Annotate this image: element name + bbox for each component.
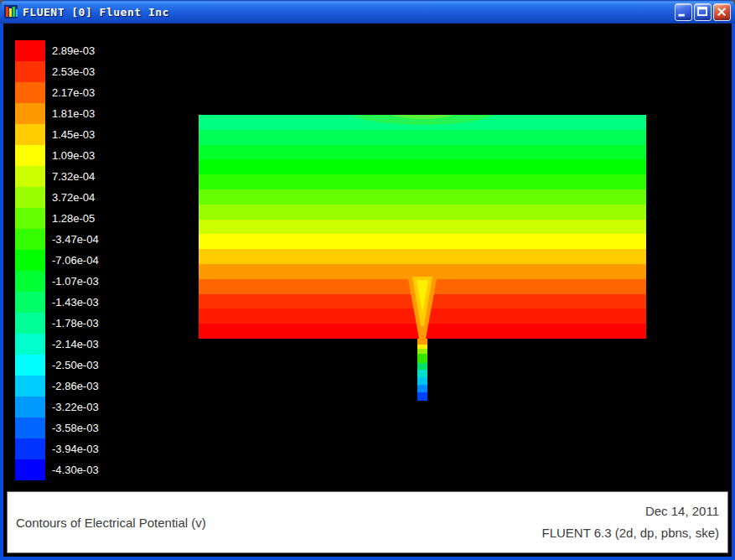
colormap-swatch [15, 40, 45, 61]
close-icon [714, 3, 730, 21]
colormap-value-label: 2.89e-03 [52, 40, 99, 61]
annotation-block: Dec 14, 2011 FLUENT 6.3 (2d, dp, pbns, s… [542, 500, 720, 545]
colormap-swatch [15, 124, 45, 145]
fluent-window: FLUENT [0] Fluent Inc 2.89e-032.53e-032.… [0, 0, 735, 560]
colormap-swatch [15, 313, 45, 334]
colormap-value-label: 1.09e-03 [52, 145, 99, 166]
window-title: FLUENT [0] Fluent Inc [23, 6, 169, 18]
colormap-swatch [15, 334, 45, 355]
graphics-viewport[interactable]: 2.89e-032.53e-032.17e-031.81e-031.45e-03… [3, 23, 732, 557]
colormap-swatch [15, 250, 45, 271]
contour-plot-main-domain [199, 115, 646, 339]
colormap-value-label: -1.07e-03 [52, 271, 99, 292]
colormap-value-label: -2.86e-03 [52, 376, 99, 397]
window-controls [675, 3, 731, 21]
colormap-swatch [15, 417, 45, 438]
colormap-value-label: 2.53e-03 [52, 61, 99, 82]
colormap-swatch [15, 376, 45, 397]
contour-plot-channel [417, 339, 427, 401]
solver-info-text: FLUENT 6.3 (2d, dp, pbns, ske) [542, 522, 720, 544]
colormap-swatch [15, 397, 45, 417]
channel-contour-band [417, 363, 427, 370]
colormap-swatch [15, 82, 45, 103]
colormap-value-label: -3.94e-03 [52, 438, 99, 459]
colormap-value-label: -4.30e-03 [52, 459, 99, 480]
colormap-swatch [15, 438, 45, 459]
colormap-swatch [15, 459, 45, 480]
colormap-value-label: 3.72e-04 [52, 187, 99, 208]
colormap-value-label: 1.81e-03 [52, 103, 99, 124]
maximize-icon [695, 3, 711, 21]
colormap-value-label: -3.58e-03 [52, 417, 99, 438]
colormap-scale [15, 40, 45, 480]
channel-contour-band [417, 354, 427, 363]
colormap-swatch [15, 103, 45, 124]
colormap-swatch [15, 145, 45, 166]
channel-contour-band [417, 377, 427, 385]
colormap-value-label: -2.14e-03 [52, 334, 99, 355]
minimize-icon [675, 3, 691, 21]
title-bar[interactable]: FLUENT [0] Fluent Inc [0, 0, 735, 23]
colormap-value-label: 1.28e-05 [52, 208, 99, 229]
colormap-value-label: 2.17e-03 [52, 82, 99, 103]
colormap-swatch [15, 271, 45, 292]
colormap-value-label: 1.45e-03 [52, 124, 99, 145]
colormap-value-label: -2.50e-03 [52, 355, 99, 376]
channel-contour-band [417, 370, 427, 377]
colormap-swatch [15, 61, 45, 82]
fluent-app-icon [4, 4, 19, 19]
colormap-value-label: 7.32e-04 [52, 166, 99, 187]
colormap-swatch [15, 292, 45, 313]
date-text: Dec 14, 2011 [542, 500, 720, 522]
colormap-swatch [15, 355, 45, 376]
colormap-swatch [15, 208, 45, 229]
channel-contour-band [417, 339, 427, 345]
contour-junction-overlay [199, 115, 646, 339]
colormap-swatch [15, 187, 45, 208]
channel-contour-band [417, 385, 427, 392]
channel-contour-band [417, 392, 427, 401]
colormap-swatch [15, 166, 45, 187]
close-button[interactable] [713, 3, 731, 21]
colormap-value-label: -1.78e-03 [52, 313, 99, 334]
minimize-button[interactable] [675, 3, 692, 21]
caption-text: Contours of Electrical Potential (v) [16, 516, 206, 530]
colormap-value-label: -3.22e-03 [52, 397, 99, 417]
maximize-button[interactable] [694, 3, 712, 21]
colormap-value-label: -1.43e-03 [52, 292, 99, 313]
colormap-value-label: -3.47e-04 [52, 229, 99, 250]
colormap-labels: 2.89e-032.53e-032.17e-031.81e-031.45e-03… [52, 40, 99, 480]
colormap-swatch [15, 229, 45, 250]
caption-box: Contours of Electrical Potential (v) Dec… [7, 491, 728, 553]
colormap-value-label: -7.06e-04 [52, 250, 99, 271]
